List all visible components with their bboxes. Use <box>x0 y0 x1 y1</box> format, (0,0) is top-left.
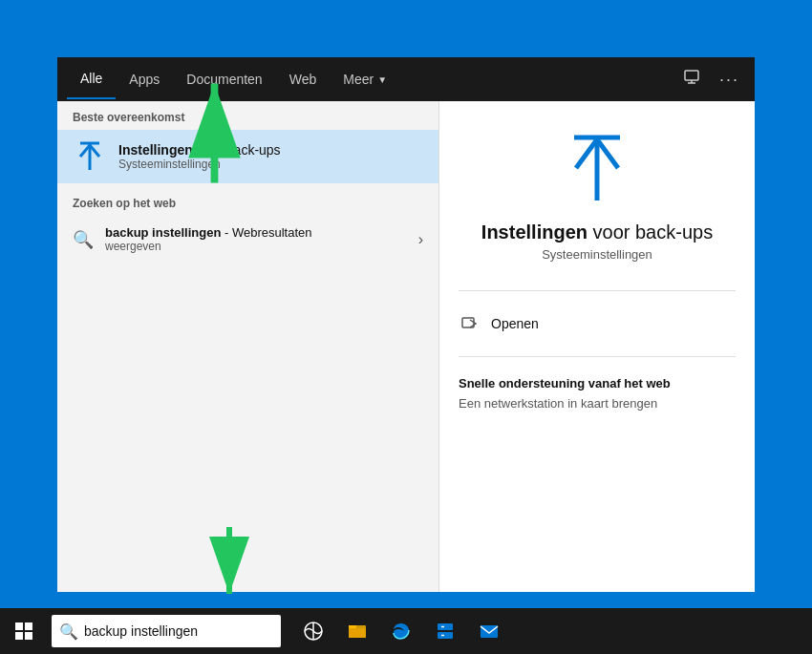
open-action[interactable]: Openen <box>459 301 736 347</box>
taskbar-search-box[interactable]: 🔍 backup instellingen <box>52 615 281 647</box>
search-panel: Alle Apps Documenten Web Meer ▼ ··· Be <box>57 57 755 592</box>
web-result-text: backup instellingen - Webresultaten weer… <box>105 225 407 253</box>
svg-rect-22 <box>438 632 453 639</box>
svg-rect-25 <box>481 625 498 638</box>
web-search-label: Zoeken op het web <box>57 187 438 216</box>
tab-meer[interactable]: Meer ▼ <box>330 60 400 98</box>
web-result-title: backup instellingen - Webresultaten <box>105 225 407 240</box>
svg-rect-15 <box>25 632 32 640</box>
chevron-down-icon: ▼ <box>377 74 387 85</box>
svg-rect-12 <box>15 622 23 630</box>
web-support-item[interactable]: Een netwerkstation in kaart brengen <box>459 396 736 411</box>
best-match-title: Instellingen voor back-ups <box>118 142 281 158</box>
best-match-label: Beste overeenkomst <box>57 101 438 130</box>
task-view-icon[interactable] <box>296 614 331 648</box>
taskbar: 🔍 backup instellingen <box>0 608 812 654</box>
divider-1 <box>459 290 736 291</box>
start-button[interactable] <box>0 608 48 654</box>
open-label: Openen <box>491 316 539 331</box>
ellipsis-icon[interactable]: ··· <box>714 66 745 94</box>
file-explorer-icon[interactable] <box>340 614 374 648</box>
tab-alle[interactable]: Alle <box>67 59 116 99</box>
content-area: Beste overeenkomst Instellingen voor bac… <box>57 101 755 592</box>
chevron-right-icon: › <box>418 231 423 248</box>
left-panel: Beste overeenkomst Instellingen voor bac… <box>57 101 439 592</box>
svg-rect-13 <box>25 622 32 630</box>
tab-apps[interactable]: Apps <box>116 60 173 98</box>
edge-icon[interactable] <box>384 614 418 648</box>
web-support-section: Snelle ondersteuning vanaf het web Een n… <box>459 376 736 411</box>
right-panel: Instellingen voor back-ups Systeeminstel… <box>439 101 755 592</box>
app-subtitle: Systeeminstellingen <box>542 247 652 262</box>
nav-bar: Alle Apps Documenten Web Meer ▼ ··· <box>57 57 755 101</box>
best-match-subtitle: Systeeminstellingen <box>118 158 281 171</box>
taskbar-icons <box>296 614 506 648</box>
best-match-text: Instellingen voor back-ups Systeeminstel… <box>118 142 281 171</box>
app-title: Instellingen voor back-ups <box>481 222 713 243</box>
search-icon: 🔍 <box>73 229 94 250</box>
open-icon <box>459 312 481 335</box>
svg-rect-20 <box>349 628 366 638</box>
web-result-item[interactable]: 🔍 backup instellingen - Webresultaten we… <box>57 216 438 263</box>
tab-documenten[interactable]: Documenten <box>173 60 275 98</box>
tab-web[interactable]: Web <box>276 60 331 98</box>
divider-2 <box>459 356 736 357</box>
svg-rect-4 <box>685 71 698 80</box>
nav-icons: ··· <box>677 65 745 94</box>
web-support-title: Snelle ondersteuning vanaf het web <box>459 376 736 390</box>
taskbar-search-text: backup instellingen <box>84 623 198 639</box>
svg-rect-21 <box>438 623 453 630</box>
web-result-subtitle: weergeven <box>105 240 407 253</box>
best-match-item[interactable]: Instellingen voor back-ups Systeeminstel… <box>57 130 438 183</box>
svg-rect-14 <box>15 632 23 640</box>
taskbar-search-icon: 🔍 <box>59 622 78 641</box>
mail-icon[interactable] <box>472 614 506 648</box>
nav-tabs: Alle Apps Documenten Web Meer ▼ <box>67 59 677 99</box>
file-cabinet-icon[interactable] <box>428 614 462 648</box>
person-icon[interactable] <box>677 65 706 94</box>
app-icon-large <box>559 130 635 206</box>
settings-backup-icon <box>73 139 107 174</box>
